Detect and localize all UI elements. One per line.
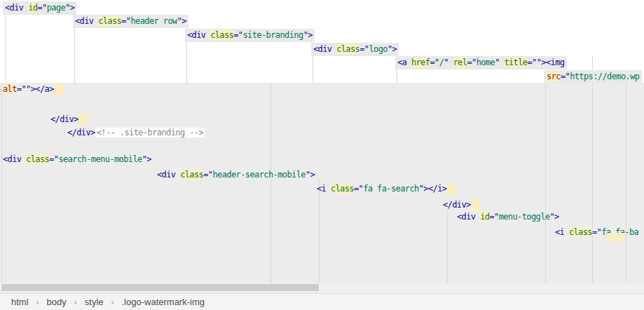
- code-token: </div>: [443, 200, 471, 210]
- code-line[interactable]: <div class="search-menu-mobile">: [3, 153, 151, 166]
- code-line[interactable]: </div>: [50, 113, 88, 126]
- breadcrumb-item[interactable]: style: [83, 297, 105, 307]
- code-token: =": [354, 184, 363, 194]
- code-token: =": [37, 3, 46, 13]
- code-token: <div: [75, 16, 98, 26]
- code-line[interactable]: <div class="header row">: [73, 15, 189, 28]
- code-token: ": [444, 58, 453, 67]
- code-token: ">: [177, 16, 186, 26]
- code-token: =""></a>: [17, 84, 54, 94]
- trailing-space-highlight: [54, 83, 64, 95]
- code-token: class: [26, 154, 49, 164]
- trailing-space-highlight: [78, 114, 88, 126]
- code-token: class: [569, 227, 592, 237]
- code-token: <div: [187, 30, 210, 40]
- code-token: =": [233, 30, 242, 40]
- breadcrumb-item[interactable]: body: [46, 297, 68, 307]
- code-token: =": [203, 170, 212, 180]
- indent-guide: [186, 42, 187, 83]
- code-token: ">: [142, 154, 151, 164]
- indent-guide: [397, 69, 397, 83]
- indent-guide: [270, 83, 271, 283]
- code-token: <div: [313, 44, 336, 54]
- code-token: "></i>: [419, 184, 447, 194]
- trailing-space-highlight: [447, 183, 457, 195]
- code-line[interactable]: alt=""></a>: [3, 83, 64, 96]
- code-token: class: [98, 16, 121, 26]
- code-token: page: [47, 3, 66, 13]
- horizontal-scrollbar-track[interactable]: [0, 283, 644, 293]
- code-line[interactable]: <a href="/" rel="home" title=""><img: [395, 56, 567, 69]
- indent-guide: [592, 56, 593, 283]
- code-token: ">: [65, 3, 74, 13]
- code-token: class: [331, 184, 354, 194]
- code-line[interactable]: src="https://demo.wp: [544, 70, 642, 83]
- breadcrumb: html›body›style›.logo-watermark-img: [10, 297, 206, 307]
- code-token: header-search-mobile: [213, 170, 306, 180]
- code-token: </div>: [67, 128, 95, 137]
- code-token: =": [359, 44, 369, 54]
- code-token: ">: [306, 170, 315, 180]
- code-line[interactable]: </div><!-- .site-branding -->: [67, 126, 205, 140]
- code-line[interactable]: <div id="menu-toggle">: [457, 210, 559, 224]
- code-token: class: [180, 170, 203, 180]
- code-token: search-menu-mobile: [59, 154, 142, 164]
- code-token: =": [561, 72, 570, 81]
- code-token: </div>: [50, 114, 78, 124]
- code-line[interactable]: <div class="header-search-mobile">: [157, 168, 315, 182]
- code-line[interactable]: <div class="logo">: [311, 43, 399, 56]
- code-editor[interactable]: <div id="page"><div class="header row"><…: [0, 0, 644, 293]
- indent-guide: [74, 29, 75, 83]
- code-token: href: [411, 58, 430, 67]
- breadcrumb-item[interactable]: .logo-watermark-img: [121, 297, 206, 307]
- breadcrumb-separator-icon: ›: [30, 297, 46, 307]
- code-token: src: [547, 72, 561, 81]
- indent-guide: [313, 56, 313, 83]
- code-token: logo: [369, 44, 388, 54]
- code-token: ">: [550, 212, 559, 222]
- code-token: =": [489, 212, 498, 222]
- code-token: site-branding: [243, 30, 303, 40]
- breadcrumb-item[interactable]: html: [10, 297, 30, 307]
- code-token: =": [49, 154, 58, 164]
- breadcrumb-separator-icon: ›: [105, 297, 121, 307]
- code-token: home: [477, 58, 495, 67]
- status-bar: html›body›style›.logo-watermark-img: [0, 293, 644, 310]
- editor-window: <div id="page"><div class="header row"><…: [0, 0, 644, 310]
- code-token: rel: [453, 58, 467, 67]
- code-token: <i: [317, 184, 331, 194]
- indent-guide: [545, 83, 546, 283]
- indent-guide: [6, 15, 6, 83]
- code-token: <div: [5, 3, 28, 13]
- code-comment: <!-- .site-branding -->: [95, 128, 205, 137]
- code-token: class: [210, 30, 233, 40]
- code-token: =": [121, 16, 130, 26]
- code-token: =": [467, 58, 476, 67]
- indent-guide: [1, 83, 2, 283]
- code-token: id: [28, 3, 37, 13]
- code-token: <div: [157, 170, 180, 180]
- code-token: fa fa-search: [363, 184, 419, 194]
- code-token: menu-toggle: [499, 212, 550, 222]
- code-token: ">: [303, 30, 313, 40]
- horizontal-scrollbar-thumb[interactable]: [1, 284, 319, 291]
- indent-guide: [447, 210, 448, 283]
- code-line[interactable]: <i class="fa fa-search"></i>: [317, 182, 457, 196]
- highlight-chip: [607, 233, 625, 241]
- breadcrumb-separator-icon: ›: [68, 297, 83, 307]
- code-token: header row: [131, 16, 177, 26]
- code-token: class: [336, 44, 359, 54]
- code-line[interactable]: <div class="site-branding">: [185, 29, 315, 42]
- indent-guide: [626, 83, 626, 283]
- code-token: alt: [3, 84, 17, 94]
- code-token: =": [430, 58, 439, 67]
- code-line[interactable]: <i class="fa fa-ba: [555, 226, 638, 239]
- code-token: =""><img: [528, 58, 565, 67]
- code-line[interactable]: <div id="page">: [3, 1, 76, 15]
- code-token: ": [495, 58, 504, 67]
- code-token: https://demo.wp: [570, 72, 639, 81]
- code-token: id: [480, 212, 489, 222]
- code-token: <div: [3, 154, 26, 164]
- code-token: =": [592, 227, 601, 237]
- code-token: <div: [457, 212, 480, 222]
